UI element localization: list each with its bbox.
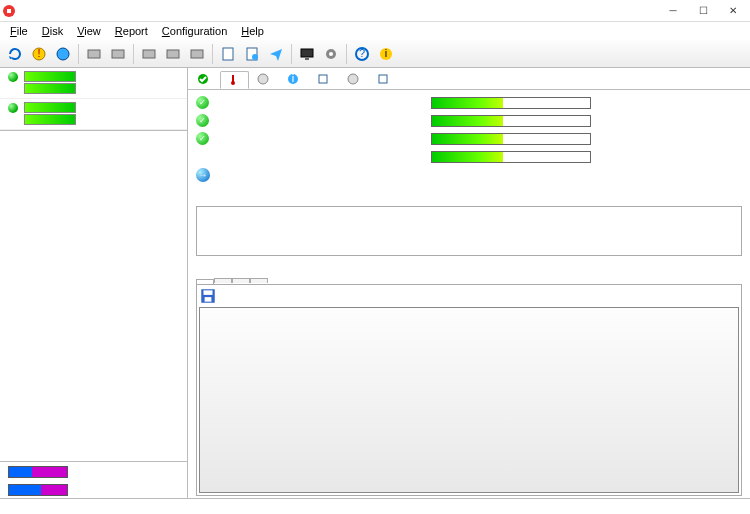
minimize-button[interactable]: ─: [658, 1, 688, 21]
temp-bar: [24, 83, 76, 94]
chart-tabs: [196, 263, 742, 283]
refresh-icon[interactable]: [4, 43, 26, 65]
tab-temperature[interactable]: [220, 71, 249, 89]
subtab-daily-max[interactable]: [232, 278, 250, 283]
status-ok-icon: [8, 103, 18, 113]
svg-rect-5: [88, 50, 100, 58]
report1-icon[interactable]: [217, 43, 239, 65]
current-temp-bar: [431, 97, 591, 109]
svg-text:!: !: [37, 47, 40, 59]
send-icon[interactable]: [265, 43, 287, 65]
gear-icon[interactable]: [320, 43, 342, 65]
svg-point-12: [252, 54, 258, 60]
app-icon: [2, 4, 16, 18]
browser-icon[interactable]: [52, 43, 74, 65]
thermometer-icon: [227, 74, 239, 86]
svg-point-23: [231, 81, 235, 85]
main: i ✓ ✓ ✓: [0, 68, 750, 498]
svg-rect-10: [223, 48, 233, 60]
tab-log[interactable]: [310, 70, 339, 88]
chart-container: [196, 284, 742, 496]
toolbar: ! ? i: [0, 40, 750, 68]
disk-item-1[interactable]: [0, 99, 187, 130]
tab-smart[interactable]: [250, 70, 279, 88]
disk1-icon[interactable]: [83, 43, 105, 65]
menu-view[interactable]: View: [71, 24, 107, 38]
svg-rect-8: [167, 50, 179, 58]
svg-rect-31: [204, 290, 213, 295]
health-bar: [24, 71, 76, 82]
statusbar: [0, 498, 750, 514]
temperature-chart: [199, 307, 739, 493]
help-icon[interactable]: ?: [351, 43, 373, 65]
menu-file[interactable]: File: [4, 24, 34, 38]
monitor-icon[interactable]: [296, 43, 318, 65]
svg-rect-27: [319, 75, 327, 83]
subtab-daily-min[interactable]: [250, 278, 268, 283]
temperature-panel: ✓ ✓ ✓ →: [188, 90, 750, 498]
svg-rect-9: [191, 50, 203, 58]
svg-rect-7: [143, 50, 155, 58]
menubar: File Disk View Report Configuration Help: [0, 22, 750, 40]
svg-text:?: ?: [359, 47, 365, 59]
svg-point-24: [258, 74, 268, 84]
menu-configuration[interactable]: Configuration: [156, 24, 233, 38]
close-button[interactable]: ✕: [718, 1, 748, 21]
save-icon[interactable]: [199, 287, 217, 305]
volume-item[interactable]: [0, 462, 187, 480]
svg-rect-6: [112, 50, 124, 58]
info-icon: →: [196, 168, 210, 182]
svg-point-28: [348, 74, 358, 84]
disk-item-0[interactable]: [0, 68, 187, 99]
tab-overview[interactable]: [190, 70, 219, 88]
status-ok-icon: [8, 72, 18, 82]
menu-report[interactable]: Report: [109, 24, 154, 38]
svg-rect-1: [7, 9, 11, 13]
volume-item[interactable]: [0, 480, 187, 498]
info-icon[interactable]: i: [375, 43, 397, 65]
left-pane: [0, 68, 188, 498]
subtab-current[interactable]: [196, 279, 214, 284]
tab-diskperf[interactable]: [340, 70, 369, 88]
svg-rect-29: [379, 75, 387, 83]
volume-list: [0, 461, 187, 498]
svg-rect-14: [305, 58, 309, 60]
window-controls: ─ ☐ ✕: [658, 1, 748, 21]
svg-rect-32: [205, 297, 212, 302]
titlebar: ─ ☐ ✕: [0, 0, 750, 22]
svg-text:i: i: [292, 73, 294, 84]
menu-disk[interactable]: Disk: [36, 24, 69, 38]
disk-list: [0, 68, 187, 131]
tab-alerts[interactable]: [370, 70, 399, 88]
disk3-icon[interactable]: [138, 43, 160, 65]
disk5-icon[interactable]: [186, 43, 208, 65]
menu-help[interactable]: Help: [235, 24, 270, 38]
right-pane: i ✓ ✓ ✓: [188, 68, 750, 498]
tab-information[interactable]: i: [280, 70, 309, 88]
svg-text:i: i: [385, 47, 387, 59]
maximize-button[interactable]: ☐: [688, 1, 718, 21]
test-icon[interactable]: !: [28, 43, 50, 65]
svg-point-16: [329, 52, 333, 56]
tabs: i: [188, 68, 750, 90]
svg-rect-13: [301, 49, 313, 57]
svg-rect-22: [232, 75, 234, 82]
report2-icon[interactable]: [241, 43, 263, 65]
disk4-icon[interactable]: [162, 43, 184, 65]
svg-point-4: [57, 48, 69, 60]
check-icon: ✓: [196, 132, 209, 145]
check-icon: ✓: [196, 114, 209, 127]
check-icon: ✓: [196, 96, 209, 109]
subtab-daily-avg[interactable]: [214, 278, 232, 283]
disk2-icon[interactable]: [107, 43, 129, 65]
status-box: [196, 206, 742, 256]
